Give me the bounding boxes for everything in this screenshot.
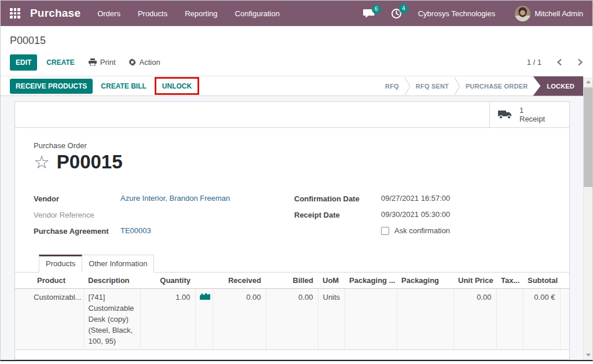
- cell-product: Customizabl...: [15, 289, 83, 350]
- cell-received: 0.00: [213, 289, 266, 350]
- forecast-chart-icon[interactable]: [200, 292, 210, 300]
- step-rfq[interactable]: RFQ: [380, 76, 404, 96]
- cell-billed: 0.00: [266, 289, 318, 350]
- main-menu: Orders Products Reporting Configuration: [89, 2, 288, 25]
- menu-reporting[interactable]: Reporting: [176, 2, 226, 25]
- vendor-label: Vendor: [34, 194, 120, 203]
- receipt-date-label: Receipt Date: [294, 210, 381, 219]
- favorite-star-icon[interactable]: ☆: [34, 153, 50, 171]
- print-button[interactable]: Print: [84, 54, 120, 71]
- ask-confirmation-checkbox[interactable]: [381, 227, 389, 235]
- cell-packaging-qty: [345, 289, 397, 350]
- cell-unit-price: 0.00: [453, 289, 496, 350]
- step-rfq-sent[interactable]: RFQ SENT: [411, 76, 454, 96]
- purchase-agreement-link[interactable]: TE00003: [120, 226, 151, 235]
- col-unit-price[interactable]: Unit Price: [453, 273, 496, 289]
- col-uom[interactable]: UoM: [318, 273, 345, 289]
- statusbar: RECEIVE PRODUCTS CREATE BILL UNLOCK RFQ …: [1, 76, 583, 96]
- col-packaging-qty[interactable]: Packaging ...: [345, 273, 397, 289]
- col-description[interactable]: Description: [83, 273, 140, 289]
- pager-value: 1 / 1: [527, 58, 541, 67]
- company-switcher[interactable]: Cybrosys Technologies: [418, 9, 495, 18]
- activities-badge: 4: [399, 4, 408, 13]
- messages-button[interactable]: 6: [363, 9, 375, 19]
- odoo-window: Purchase Orders Products Reporting Confi…: [0, 0, 593, 361]
- sheet: 1 Receipt Purchase Order ☆ P00015 Vendor…: [14, 101, 570, 360]
- col-packaging[interactable]: Packaging: [397, 273, 453, 289]
- pager: 1 / 1: [527, 58, 583, 67]
- step-locked[interactable]: LOCKED: [533, 76, 583, 96]
- menu-configuration[interactable]: Configuration: [226, 2, 288, 25]
- step-separator-icon: [454, 76, 460, 96]
- activities-button[interactable]: 4: [391, 8, 402, 19]
- col-quantity[interactable]: Quantity: [140, 273, 195, 289]
- avatar[interactable]: [515, 6, 530, 21]
- unlock-button[interactable]: UNLOCK: [159, 79, 195, 94]
- col-received[interactable]: Received: [213, 273, 266, 289]
- control-panel-buttons: EDIT CREATE Print Action: [10, 54, 583, 70]
- vertical-scrollbar[interactable]: [583, 78, 592, 360]
- table-header-row: Product Description Quantity Received Bi…: [15, 273, 569, 289]
- user-menu[interactable]: Mitchell Admin: [535, 9, 583, 18]
- vendor-reference-label: Vendor Reference: [34, 210, 120, 219]
- button-box: 1 Receipt: [15, 102, 569, 128]
- status-steps: RFQ RFQ SENT PURCHASE ORDER LOCKED: [380, 76, 583, 96]
- cell-forecast: [195, 289, 213, 350]
- printer-icon: [89, 58, 97, 66]
- app-title[interactable]: Purchase: [30, 7, 80, 20]
- edit-button[interactable]: EDIT: [10, 54, 37, 71]
- receipt-count: 1: [519, 106, 545, 115]
- cell-quantity: 1.00: [140, 289, 195, 350]
- tab-other-information[interactable]: Other Information: [82, 255, 154, 273]
- pager-previous-icon[interactable]: [557, 58, 562, 66]
- receipt-date-value: 09/30/2021 05:30:00: [381, 210, 450, 219]
- left-field-group: Vendor Azure Interior, Brandon Freeman V…: [34, 194, 294, 242]
- ask-confirmation-label: Ask confirmation: [394, 226, 450, 235]
- cell-description: [741] Customizable Desk (copy) (Steel, B…: [83, 289, 140, 350]
- cell-packaging: [397, 289, 453, 350]
- menu-orders[interactable]: Orders: [89, 2, 129, 25]
- col-taxes[interactable]: Tax...: [496, 273, 523, 289]
- action-button[interactable]: Action: [124, 54, 165, 71]
- pager-next-icon[interactable]: [577, 58, 583, 66]
- create-bill-button[interactable]: CREATE BILL: [97, 79, 149, 94]
- stat-texts: 1 Receipt: [519, 106, 545, 123]
- apps-menu-icon[interactable]: [10, 8, 20, 19]
- navbar-right: 6 4 Cybrosys Technologies Mitchell Admin: [363, 6, 583, 21]
- order-lines-table: Product Description Quantity Received Bi…: [15, 273, 569, 350]
- order-line-row[interactable]: Customizabl... [741] Customizable Desk (…: [15, 289, 569, 350]
- notebook-tabs: Products Other Information: [15, 254, 569, 273]
- messages-badge: 6: [372, 5, 381, 14]
- scrollbar-thumb[interactable]: [584, 87, 593, 187]
- gear-icon: [129, 58, 136, 66]
- purchase-agreement-label: Purchase Agreement: [34, 226, 120, 236]
- cell-uom: Units: [318, 289, 345, 350]
- col-subtotal[interactable]: Subtotal: [523, 273, 560, 289]
- field-groups: Vendor Azure Interior, Brandon Freeman V…: [34, 194, 551, 242]
- scroll-up-icon[interactable]: [586, 80, 591, 83]
- scroll-down-icon[interactable]: [586, 354, 591, 356]
- step-purchase-order[interactable]: PURCHASE ORDER: [460, 76, 533, 96]
- confirmation-date-value: 09/27/2021 16:57:00: [381, 194, 450, 203]
- col-product[interactable]: Product: [15, 273, 83, 289]
- confirmation-date-label: Confirmation Date: [294, 194, 381, 203]
- page-title: P00015: [57, 151, 123, 173]
- tab-products[interactable]: Products: [39, 255, 82, 273]
- order-lines-container: Product Description Quantity Received Bi…: [15, 273, 569, 350]
- doc-type-label: Purchase Order: [34, 141, 551, 150]
- right-field-group: Confirmation Date 09/27/2021 16:57:00 Re…: [294, 194, 450, 242]
- vendor-link[interactable]: Azure Interior, Brandon Freeman: [120, 194, 230, 203]
- receipt-label: Receipt: [519, 115, 545, 123]
- cell-taxes: [496, 289, 523, 350]
- annotation-highlight-box: UNLOCK: [155, 77, 199, 95]
- form-view: 1 Receipt Purchase Order ☆ P00015 Vendor…: [1, 96, 584, 360]
- col-billed[interactable]: Billed: [266, 273, 318, 289]
- truck-icon: [498, 109, 513, 120]
- control-panel: P00015 EDIT CREATE Print Action: [1, 26, 592, 70]
- menu-products[interactable]: Products: [129, 2, 176, 25]
- create-button[interactable]: CREATE: [41, 54, 80, 71]
- receipt-stat-button[interactable]: 1 Receipt: [489, 102, 569, 127]
- breadcrumb: P00015: [10, 35, 583, 47]
- step-separator-icon: [404, 76, 411, 96]
- receive-products-button[interactable]: RECEIVE PRODUCTS: [10, 79, 93, 94]
